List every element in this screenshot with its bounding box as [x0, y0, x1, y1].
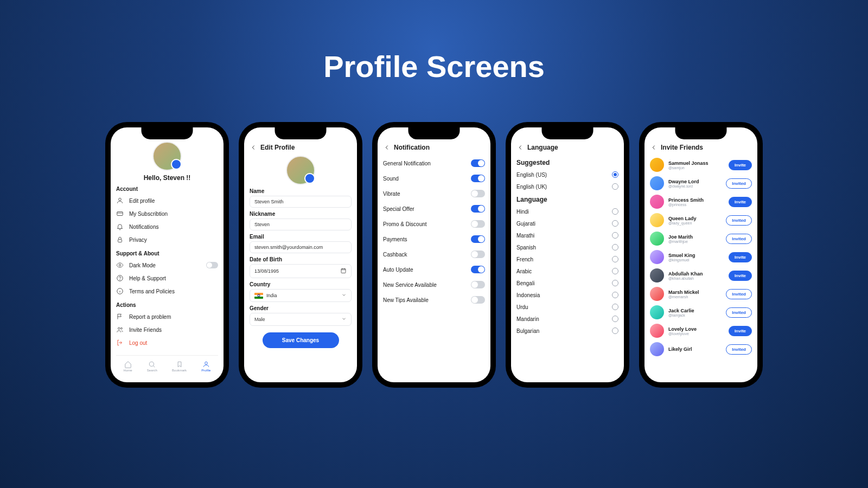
menu-label: Invite Friends [129, 327, 162, 333]
section-account: Account [116, 186, 218, 192]
friend-row: Smuel King@kingsmuelInvite [650, 248, 752, 266]
avatar[interactable] [152, 142, 182, 171]
invite-button[interactable]: Invited [726, 234, 752, 244]
flag-india-icon [254, 293, 263, 299]
notif-row: General Notification [383, 156, 485, 171]
avatar [650, 305, 664, 319]
friend-row: Lovely Love@lovelyloveInvite [650, 322, 752, 340]
bottom-nav: Home Search Bookmark Profile [116, 355, 218, 377]
toggle-promo-&-discount[interactable] [471, 220, 485, 228]
toggle-auto-update[interactable] [471, 266, 485, 273]
lang-row[interactable]: Gujarati [516, 217, 618, 229]
input-email[interactable]: steven.smith@yourdomain.com [250, 241, 352, 253]
input-dob[interactable]: 13/08/1995 [250, 264, 352, 278]
radio[interactable] [612, 208, 618, 215]
nav-search[interactable]: Search [147, 361, 157, 372]
menu-notifications[interactable]: Notifications [116, 220, 218, 233]
select-country[interactable]: India [250, 289, 352, 302]
avatar [650, 287, 664, 301]
menu-dark-mode[interactable]: Dark Mode [116, 259, 218, 272]
toggle-payments[interactable] [471, 235, 485, 243]
lang-row[interactable]: Arabic [516, 265, 618, 277]
notif-label: New Service Available [383, 282, 437, 288]
radio[interactable] [612, 232, 618, 239]
radio[interactable] [612, 316, 618, 322]
nav-bookmark[interactable]: Bookmark [172, 361, 187, 372]
radio[interactable] [612, 256, 618, 262]
menu-edit-profile[interactable]: Edit profile [116, 194, 218, 207]
back-icon[interactable] [383, 144, 391, 151]
back-icon[interactable] [250, 144, 257, 151]
lang-row[interactable]: French [516, 253, 618, 265]
radio[interactable] [612, 328, 618, 334]
dark-mode-toggle[interactable] [206, 262, 218, 268]
nav-label: Bookmark [172, 369, 187, 372]
invite-button[interactable]: Invited [726, 344, 752, 355]
invite-button[interactable]: Invite [729, 271, 752, 281]
lang-row[interactable]: Indonesia [516, 289, 618, 301]
toggle-sound[interactable] [471, 175, 485, 182]
radio[interactable] [612, 183, 618, 190]
notch [409, 127, 460, 139]
friend-row: Princess Smith@princessInvite [650, 192, 752, 211]
toggle-cashback[interactable] [471, 251, 485, 258]
toggle-general-notification[interactable] [471, 159, 485, 167]
field-value: India [266, 293, 277, 298]
radio[interactable] [612, 220, 618, 227]
avatar[interactable] [286, 156, 315, 185]
toggle-vibrate[interactable] [471, 190, 485, 197]
lang-row[interactable]: Mandarin [516, 313, 618, 325]
lang-row[interactable]: Urdu [516, 301, 618, 313]
lang-row[interactable]: English (US) [516, 169, 618, 181]
notif-label: Auto Update [383, 267, 413, 273]
invite-button[interactable]: Invited [726, 215, 752, 226]
radio[interactable] [612, 304, 618, 310]
menu-subscription[interactable]: My Subscribtion [116, 207, 218, 220]
screen-title: Language [527, 144, 558, 151]
lang-row[interactable]: Spanish [516, 241, 618, 253]
lang-row[interactable]: English (UK) [516, 181, 618, 192]
friend-handle: @kingsmuel [668, 258, 724, 262]
radio[interactable] [612, 244, 618, 251]
field-value: 13/08/1995 [254, 268, 279, 274]
back-icon[interactable] [650, 144, 658, 151]
notif-label: Payments [383, 236, 407, 242]
invite-button[interactable]: Invited [726, 307, 752, 318]
svg-rect-1 [117, 212, 123, 216]
invite-button[interactable]: Invited [726, 289, 752, 299]
notch [275, 127, 327, 139]
invite-button[interactable]: Invite [729, 160, 752, 170]
lang-row[interactable]: Marathi [516, 229, 618, 241]
nav-profile[interactable]: Profile [201, 361, 210, 372]
invite-button[interactable]: Invite [729, 252, 752, 262]
lang-row[interactable]: Bengali [516, 277, 618, 289]
toggle-special-offer[interactable] [471, 205, 485, 213]
invite-button[interactable]: Invite [729, 326, 752, 336]
lang-row[interactable]: Hindi [516, 206, 618, 217]
menu-logout[interactable]: Log out [116, 336, 218, 349]
invite-button[interactable]: Invited [726, 178, 752, 189]
save-button[interactable]: Save Changes [263, 332, 339, 348]
back-icon[interactable] [516, 144, 524, 151]
lang-row[interactable]: Bulgarian [516, 325, 618, 337]
menu-help[interactable]: Help & Support [116, 272, 218, 285]
menu-invite[interactable]: Invite Friends [116, 323, 218, 336]
phone-profile: Hello, Steven !! Account Edit profile My… [105, 122, 229, 388]
nav-home[interactable]: Home [124, 361, 132, 372]
toggle-new-tips-available[interactable] [471, 296, 485, 304]
radio[interactable] [612, 280, 618, 286]
radio[interactable] [612, 171, 618, 178]
menu-privacy[interactable]: Privacy [116, 233, 218, 246]
radio[interactable] [612, 268, 618, 274]
menu-report[interactable]: Report a problem [116, 310, 218, 323]
avatar [650, 250, 664, 264]
radio[interactable] [612, 292, 618, 298]
menu-terms[interactable]: Terms and Policies [116, 285, 218, 298]
notif-row: Sound [383, 171, 485, 186]
select-gender[interactable]: Male [250, 313, 352, 326]
input-nickname[interactable]: Steven [250, 219, 352, 230]
input-name[interactable]: Steven Smith [250, 196, 352, 208]
invite-button[interactable]: Invite [729, 197, 752, 207]
toggle-new-service-available[interactable] [471, 281, 485, 288]
friend-name: Sammuel Jonass [668, 160, 724, 166]
